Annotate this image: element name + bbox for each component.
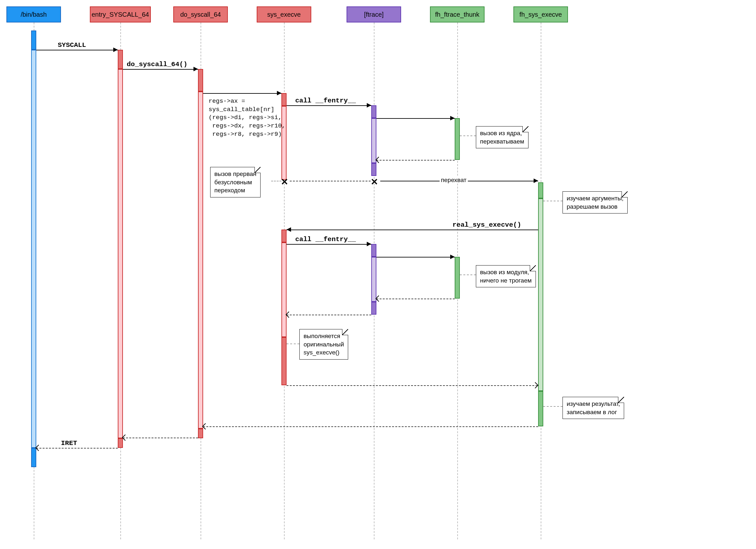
participant-do-syscall-label: do_syscall_64	[180, 11, 221, 18]
msg-regs-arrow	[277, 91, 281, 95]
msg-thunk-ftrace1-line	[376, 160, 455, 160]
note-original-runs: выполняется оригинальный sys_execve()	[299, 329, 348, 360]
participant-bash-label: /bin/bash	[21, 11, 47, 18]
msg-perehvat-label: перехват	[440, 176, 468, 184]
participant-ftrace-label: [ftrace]	[364, 11, 383, 18]
activation-entry-top	[118, 50, 123, 69]
participant-sys-execve-label: sys_execve	[267, 11, 301, 18]
msg-ftrace-thunk1-line	[376, 118, 455, 119]
activation-dosys-top	[198, 69, 203, 91]
note6-connector	[543, 406, 563, 407]
msg-fentry1-label: call __fentry__	[295, 97, 356, 104]
msg-syscall-label: SYSCALL	[58, 41, 86, 49]
msg-iret-arrow	[35, 445, 42, 451]
activation-fhsys-bottom	[538, 391, 543, 426]
msg-fentry1-arrow	[367, 103, 371, 107]
msg-thunk-ftrace1-arrow	[375, 157, 382, 163]
msg-sysexecve-fhsys-ret-arrow	[532, 382, 538, 389]
activation-ftrace-1-body	[371, 118, 376, 163]
msg-syscall-arrow	[113, 47, 118, 52]
activation-entry-body	[118, 69, 123, 438]
activation-sysexecve-2-bottom	[281, 337, 287, 385]
note5-connector	[287, 344, 299, 344]
msg-dosys-entry-ret-line	[123, 438, 198, 438]
activation-sysexecve-2-top	[281, 229, 287, 242]
x-mark-sys-execve: ✕	[281, 176, 288, 187]
note-inspect-result: изучаем результат, записываем в лог	[563, 397, 624, 419]
msg-fhsys-dosys-ret-arrow	[202, 423, 209, 430]
participant-fh-sys-execve: fh_sys_execve	[513, 6, 568, 22]
note-kernel-call: вызов из ядра, перехватываем	[476, 126, 528, 148]
msg-dosyscall-label: do_syscall_64()	[127, 61, 187, 68]
msg-sysexecve-fhsys-ret-line	[287, 385, 537, 386]
msg-fhsys-dosys-ret-line	[203, 426, 538, 427]
msg-perehvat-arrow	[534, 178, 538, 183]
msg-dosyscall-line	[123, 69, 198, 70]
participant-sys-execve: sys_execve	[257, 6, 311, 22]
note2-connector	[271, 181, 281, 181]
msg-fentry2-line	[287, 244, 371, 244]
msg-thunk-ftrace2-arrow	[375, 296, 382, 302]
msg-dosys-entry-ret-arrow	[122, 434, 128, 441]
activation-ftrace-2-top	[371, 244, 376, 257]
activation-bash-body	[31, 50, 36, 448]
msg-ftrace-thunk2-arrow	[450, 254, 455, 259]
activation-ftrace-1-bottom	[371, 163, 376, 176]
activation-fhsys-body	[538, 198, 543, 391]
activation-dosys-body	[198, 91, 203, 429]
activation-ftrace-1-top	[371, 105, 376, 118]
activation-thunk-1	[455, 118, 460, 160]
participant-fh-thunk-label: fh_ftrace_thunk	[435, 11, 479, 18]
msg-realsys-label: real_sys_execve()	[452, 221, 521, 228]
msg-syscall-line	[36, 50, 118, 50]
msg-x-x-line	[290, 181, 371, 181]
note1-connector	[460, 135, 476, 136]
note4-connector	[460, 274, 476, 275]
msg-ftrace-sysexecve-ret-line	[287, 315, 371, 315]
msg-ftrace-sysexecve-ret-arrow	[286, 312, 292, 318]
activation-bash-top	[31, 30, 36, 50]
participant-do-syscall: do_syscall_64	[173, 6, 228, 22]
msg-ftrace-thunk1-arrow	[450, 116, 455, 120]
note-call-interrupted: вызов прерван безусловным переходом	[210, 167, 261, 197]
activation-ftrace-2-bottom	[371, 302, 376, 315]
activation-thunk-2	[455, 257, 460, 299]
msg-regs-label: regs->ax = sys_call_table[nr] (regs->di,…	[209, 97, 285, 138]
activation-dosys-bottom	[198, 429, 203, 438]
participant-fh-ftrace-thunk: fh_ftrace_thunk	[430, 6, 485, 22]
participant-ftrace: [ftrace]	[347, 6, 401, 22]
msg-realsys-line	[287, 229, 538, 230]
msg-iret-label: IRET	[61, 440, 77, 447]
note-inspect-args: изучаем аргументы, разрешаем вызов	[563, 191, 628, 213]
msg-ftrace-thunk2-line	[376, 257, 455, 257]
participant-fh-sys-label: fh_sys_execve	[520, 11, 562, 18]
msg-fentry2-arrow	[367, 242, 371, 246]
msg-realsys-arrow	[287, 227, 291, 232]
msg-fentry2-label: call __fentry__	[295, 236, 356, 243]
msg-fentry1-line	[287, 105, 371, 106]
participant-entry-syscall: entry_SYSCALL_64	[90, 6, 151, 22]
x-mark-ftrace: ✕	[371, 176, 378, 187]
activation-ftrace-2-body	[371, 257, 376, 302]
activation-bash-bottom	[31, 448, 36, 467]
activation-entry-bottom	[118, 438, 123, 448]
participant-entry-label: entry_SYSCALL_64	[91, 11, 149, 18]
msg-thunk-ftrace2-line	[376, 299, 455, 299]
note3-connector	[543, 201, 563, 201]
sequence-diagram: /bin/bash entry_SYSCALL_64 do_syscall_64…	[6, 6, 750, 543]
participant-bash: /bin/bash	[6, 6, 61, 22]
note-module-call: вызов из модуля, ничего не трогаем	[476, 265, 536, 288]
msg-iret-line	[36, 448, 118, 449]
activation-sysexecve-2-body	[281, 242, 287, 337]
msg-regs-line	[203, 93, 281, 94]
activation-fhsys-top	[538, 182, 543, 198]
msg-dosyscall-arrow	[193, 67, 198, 71]
